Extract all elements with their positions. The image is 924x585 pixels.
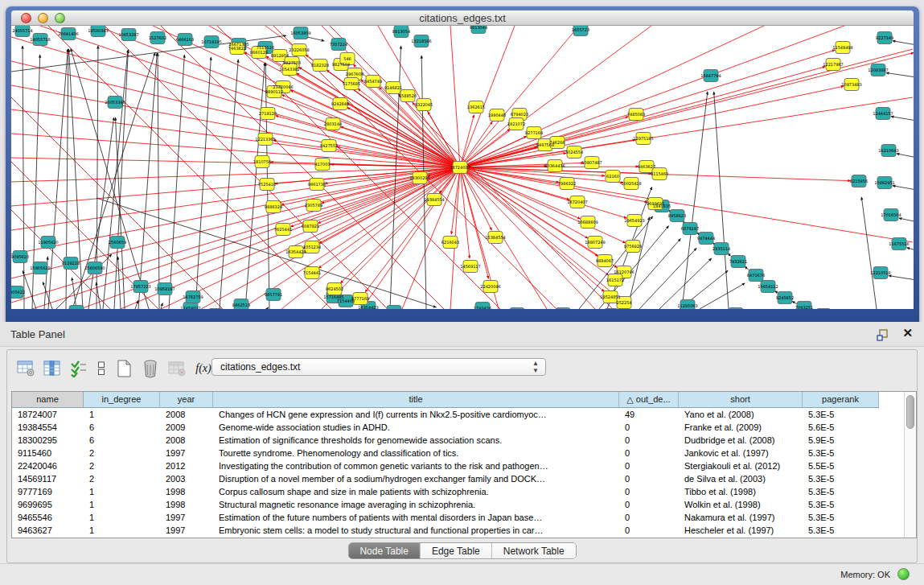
- delete-table-button[interactable]: [138, 358, 162, 379]
- table-cell: 2008: [160, 408, 213, 421]
- scrollbar-thumb[interactable]: [906, 395, 914, 429]
- table-selector-dropdown[interactable]: citations_edges.txt ▲▼: [211, 358, 546, 376]
- table-cell: 5.3E-5: [803, 472, 879, 485]
- network-edge: [907, 248, 914, 252]
- window-titlebar[interactable]: citations_edges.txt: [11, 10, 914, 26]
- network-node-label: 10025418: [621, 181, 641, 186]
- network-node-label: 1615172: [606, 278, 624, 282]
- network-edge: [886, 72, 914, 78]
- table-cell: 2008: [160, 434, 213, 447]
- network-node-label: 9813044: [470, 26, 487, 30]
- tab-node-table[interactable]: Node Table: [348, 543, 421, 558]
- column-header-short[interactable]: short: [679, 392, 803, 408]
- column-header-name[interactable]: name: [12, 392, 84, 408]
- network-edge: [627, 217, 650, 309]
- network-node-label: 1362615: [467, 105, 485, 109]
- network-node-label: 417003: [314, 162, 330, 167]
- table-cell: 5.3E-5: [803, 485, 879, 498]
- network-node-label: 1051234: [303, 245, 321, 249]
- table-row[interactable]: 911546021997Tourette syndrome. Phenomeno…: [12, 447, 879, 459]
- network-node-label: 8322045: [415, 102, 433, 107]
- table-row[interactable]: 946362711997Embryonic stem cells: a mode…: [12, 524, 879, 537]
- network-node-label: 9827504: [332, 62, 350, 67]
- network-edge: [897, 154, 914, 159]
- table-cell: Dudbridge et al. (2008): [679, 434, 803, 447]
- column-header-pagerank[interactable]: pagerank: [803, 392, 879, 408]
- network-node-label: 9474444: [697, 236, 715, 241]
- close-panel-icon[interactable]: ✕: [902, 326, 913, 340]
- network-node-label: 9827503: [283, 60, 301, 65]
- network-node[interactable]: [729, 308, 743, 310]
- table-row[interactable]: 1830029562008Estimation of significance …: [12, 434, 879, 447]
- table-cell: Estimation of significance thresholds fo…: [213, 434, 619, 447]
- column-header-title[interactable]: title: [213, 392, 619, 408]
- network-node[interactable]: [816, 309, 831, 310]
- network-node-label: 9756928: [624, 244, 642, 249]
- table-cell: Structural magnetic resonance image aver…: [213, 498, 619, 511]
- table-row[interactable]: 1456911722003Disruption of a novel membe…: [12, 472, 879, 485]
- column-header-out_de[interactable]: △ out_de...: [619, 392, 679, 408]
- column-header-year[interactable]: year: [160, 392, 213, 408]
- network-node-label: 7093251: [795, 305, 813, 309]
- row-height-button[interactable]: [93, 358, 109, 379]
- table-row[interactable]: 1938455462009Genome-wide association stu…: [12, 421, 879, 434]
- memory-status-indicator[interactable]: [897, 568, 910, 580]
- table-cell: Changes of HCN gene expression and I(f) …: [213, 408, 619, 421]
- network-node-label: 8958923: [668, 213, 686, 218]
- table-vertical-scrollbar[interactable]: [904, 392, 916, 538]
- network-node-label: 3024554: [565, 150, 583, 154]
- network-node[interactable]: [556, 308, 570, 310]
- float-panel-icon[interactable]: [876, 328, 889, 341]
- network-node[interactable]: [208, 309, 223, 310]
- table-cell: 0: [619, 485, 679, 498]
- table-panel-body: f(x) citations_edges.txt ▲▼ namein_degre…: [6, 349, 918, 563]
- network-node-label: 1821072: [507, 122, 525, 126]
- network-node-label: 9227349: [876, 35, 893, 40]
- network-node[interactable]: [510, 308, 524, 310]
- tab-network-table[interactable]: Network Table: [492, 543, 576, 558]
- network-node-label: 16720407: [567, 200, 587, 204]
- status-bar: Memory: OK: [0, 563, 924, 585]
- network-node-label: 11905620: [38, 240, 58, 245]
- network-edge: [450, 26, 460, 167]
- new-table-button[interactable]: [112, 358, 136, 379]
- table-cell: 1: [84, 511, 160, 524]
- network-edge: [114, 50, 128, 309]
- table-row[interactable]: 1872400712008Changes of HCN gene express…: [12, 408, 879, 421]
- tab-edge-table[interactable]: Edge Table: [421, 543, 492, 558]
- network-node-label: 10653287: [118, 32, 138, 37]
- network-edge: [861, 197, 877, 309]
- network-node-label: 6879197: [681, 226, 699, 231]
- network-node-label: 12975185: [633, 136, 653, 141]
- import-table-button-disabled[interactable]: [165, 358, 189, 379]
- table-header-row: namein_degreeyeartitle△ out_de...shortpa…: [12, 392, 905, 408]
- network-node-label: 1990448: [488, 113, 506, 117]
- table-cell: 5.3E-5: [803, 511, 879, 524]
- network-node-label: 8462519: [232, 303, 250, 307]
- table-row[interactable]: 946554611997Estimation of the future num…: [12, 511, 879, 524]
- network-node-label: 10973483: [841, 82, 861, 87]
- table-cell: Tibbo et al. (1998): [679, 485, 803, 498]
- table-row[interactable]: 969969511998Structural magnetic resonanc…: [12, 498, 879, 511]
- table-cell: 0: [619, 524, 679, 537]
- network-edge: [158, 53, 159, 309]
- column-header-in_degree[interactable]: in_degree: [84, 392, 160, 408]
- select-rows-button[interactable]: [67, 358, 91, 379]
- network-node[interactable]: [604, 309, 618, 310]
- network-node-label: 2967608: [346, 72, 363, 76]
- network-edge: [889, 276, 914, 281]
- network-graph: 1872400724055714140557182069140618530343…: [11, 26, 914, 309]
- network-edge: [460, 26, 844, 167]
- select-columns-button[interactable]: [40, 358, 64, 379]
- network-edge: [267, 307, 269, 309]
- network-edge: [700, 283, 745, 309]
- network-node-label: 1527602: [149, 35, 166, 40]
- table-row[interactable]: 977716911998Corpus callosum shape and si…: [12, 485, 879, 498]
- network-edge: [460, 167, 491, 230]
- table-settings-button[interactable]: [14, 358, 38, 379]
- table-cell: 1: [84, 498, 160, 511]
- table-cell: Disruption of a novel member of a sodium…: [213, 472, 619, 485]
- network-canvas[interactable]: 1872400724055714140557182069140618530343…: [11, 26, 914, 309]
- network-node-label: 10543382: [279, 67, 299, 72]
- table-row[interactable]: 2242004622012Investigating the contribut…: [12, 459, 879, 472]
